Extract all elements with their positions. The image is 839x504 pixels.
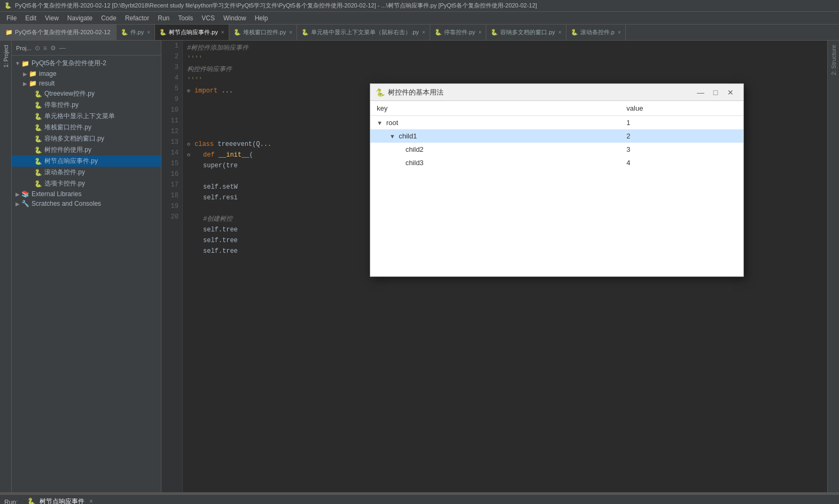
dialog-title: 树控件的基本用法 [388,88,693,97]
settings-icon[interactable]: ⚙ [50,44,56,52]
tree-rongnamo[interactable]: 🐍 容纳多文档的窗口.py [12,133,161,144]
py-file-icon-5: 🐍 [34,135,42,143]
file-tab-6[interactable]: 🐍 滚动条控件.p × [566,25,626,41]
bottom-panel: Run: 🐍 树节点响应事件 × ↺ ▲ ■ ▼ ⏸ ≡ 🖨 📌 D:\Inst… [0,494,839,504]
menu-file[interactable]: File [2,13,21,23]
row-val-child3: 4 [620,156,743,169]
tree-duizhan[interactable]: 🐍 堆栈窗口控件.py [12,122,161,133]
tree-danyuange[interactable]: 🐍 单元格中显示上下文菜单 [12,111,161,122]
folder-icon-result: 📁 [29,80,37,87]
menu-edit[interactable]: Edit [21,13,41,23]
tree-qtreeview[interactable]: 🐍 Qtreeview控件.py [12,88,161,99]
tree-table: key value ▼ root 1 [370,101,743,276]
toolbar: 📁 PyQt5各个复杂控件使用-2020-02-12 🐍 件.py × 🐍 树节… [0,25,839,41]
extlib-label: External Libraries [32,190,81,198]
table-row-child1[interactable]: ▼ child1 2 [370,129,743,143]
row-val-child1: 2 [620,129,743,143]
file-tab-0[interactable]: 🐍 件.py × [116,25,156,41]
py-file-icon-9: 🐍 [34,180,42,188]
line-num-11: 11 [161,115,182,126]
code-line-2: '''' [187,53,823,64]
tree-shu-jd[interactable]: 🐍 树节点响应事件.py [12,156,161,167]
arrow-image: ▶ [21,71,29,77]
tab-close-4[interactable]: × [478,29,481,35]
run-tab-close[interactable]: × [89,498,93,504]
menu-refactor[interactable]: Refactor [121,13,153,23]
tree-result[interactable]: ▶ 📁 result [12,79,161,88]
table-row-root[interactable]: ▼ root 1 [370,116,743,130]
py-icon-active: 🐍 [159,29,167,36]
tree-image[interactable]: ▶ 📁 image [12,69,161,79]
window-title: PyQt5各个复杂控件使用-2020-02-12 [D:\Byrbt2018\R… [15,2,537,10]
run-file-icon: 🐍 [27,498,35,504]
project-header: Proj... ⊙ ≡ ⚙ — [12,41,161,56]
menu-window[interactable]: Window [219,13,251,23]
tree-gundong[interactable]: 🐍 滚动条控件.py [12,167,161,178]
menu-vcs[interactable]: VCS [197,13,219,23]
structure-label[interactable]: 2: Structure [828,41,839,80]
tingjie-label: 停靠控件.py [44,100,79,110]
table-row-child2[interactable]: child2 3 [370,143,743,156]
danyuange-label: 单元格中显示上下文菜单 [44,112,115,121]
title-bar: 🐍 PyQt5各个复杂控件使用-2020-02-12 [D:\Byrbt2018… [0,0,839,12]
col-value: value [620,101,743,116]
tree-root[interactable]: ▼ 📁 PyQt5各个复杂控件使用-2 [12,58,161,69]
scratches-label: Scratches and Consoles [32,200,101,207]
py-file-icon-3: 🐍 [34,113,42,120]
tab-close-2[interactable]: × [289,29,292,35]
menu-tools[interactable]: Tools [174,13,197,23]
result-label: result [39,80,55,87]
shujd-label: 树节点响应事件.py [44,157,98,166]
collapse-icon[interactable]: ≡ [43,44,47,52]
tab-close-active[interactable]: × [221,29,224,35]
menu-code[interactable]: Code [97,13,121,23]
line-num-10: 10 [161,105,182,115]
menu-view[interactable]: View [41,13,63,23]
table-row-child3[interactable]: child3 4 [370,156,743,169]
tab-close-6[interactable]: × [618,29,621,35]
bottom-tab-run[interactable]: 🐍 树节点响应事件 × [22,496,98,504]
dialog-body: key value ▼ root 1 [370,101,743,276]
tab-close-5[interactable]: × [558,29,562,35]
project-tab[interactable]: 📁 PyQt5各个复杂控件使用-2020-02-12 [0,25,116,41]
dialog-minimize[interactable]: — [693,85,708,100]
gundong-label: 滚动条控件.py [44,168,85,177]
py-icon: 🐍 [121,29,128,36]
col-key: key [370,101,620,116]
editor-area[interactable]: 1 2 3 4 5 9 10 11 12 13 14 15 16 17 18 1… [161,41,827,492]
tree-shukj[interactable]: 🐍 树控件的使用.py [12,144,161,156]
dialog-close[interactable]: ✕ [723,85,738,100]
py-file-icon-8: 🐍 [34,169,42,176]
menu-navigate[interactable]: Navigate [63,13,97,23]
project-panel-btn[interactable]: 1: Project [1,43,11,69]
tree-scratches[interactable]: ▶ 🔧 Scratches and Consoles [12,199,161,208]
row-key-child1: ▼ child1 [370,129,620,143]
duizhan-label: 堆栈窗口控件.py [44,123,91,132]
tree-xuanxiang[interactable]: 🐍 选项卡控件.py [12,178,161,189]
sync-icon[interactable]: ⊙ [35,44,40,52]
dialog-maximize[interactable]: □ [708,85,723,100]
row-key-child2: child2 [370,143,620,156]
py-file-icon-2: 🐍 [34,102,42,109]
row-val-root: 1 [620,116,743,130]
menu-help[interactable]: Help [251,13,273,23]
rongnamo-label: 容纳多文档的窗口.py [44,134,104,143]
shukj-label: 树控件的使用.py [44,145,91,154]
file-tab-3[interactable]: 🐍 单元格中显示上下文菜单（鼠标右击）.py × [297,25,430,41]
tree-tingjie[interactable]: 🐍 停靠控件.py [12,99,161,111]
file-tab-4[interactable]: 🐍 停靠控件.py × [430,25,487,41]
line-num-18: 18 [161,190,182,201]
py-icon-3: 🐍 [301,29,309,36]
tab-close-3[interactable]: × [422,29,425,35]
file-tab-5[interactable]: 🐍 容纳多文档的窗口.py × [486,25,566,41]
file-tab-active[interactable]: 🐍 树节点响应事件.py × [155,25,229,41]
line-num-20: 20 [161,212,182,222]
tree-dialog[interactable]: 🐍 树控件的基本用法 — □ ✕ key value [370,83,744,277]
tab-close-0[interactable]: × [147,29,150,35]
menu-run[interactable]: Run [153,13,174,23]
bottom-tabs: Run: 🐍 树节点响应事件 × [0,495,839,504]
minimize-icon[interactable]: — [59,44,66,52]
tree-ext-lib[interactable]: ▶ 📚 External Libraries [12,189,161,199]
line-num-5: 5 [161,83,182,94]
file-tab-2[interactable]: 🐍 堆栈窗口控件.py × [229,25,298,41]
